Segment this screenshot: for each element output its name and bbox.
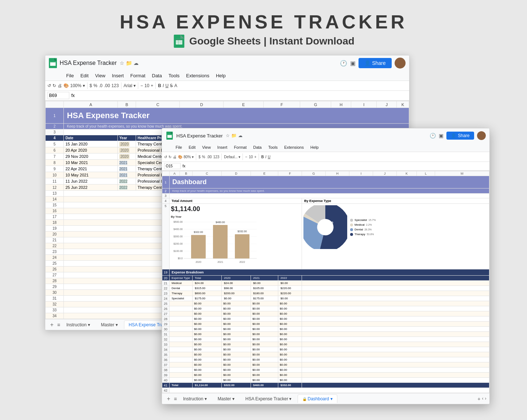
col-g-front[interactable]: G <box>302 171 326 176</box>
menu-view[interactable]: View <box>92 71 108 80</box>
share-button-back[interactable]: 👤 Dashboard Share <box>359 58 391 68</box>
svg-text:$460.00: $460.00 <box>216 221 225 223</box>
br-2021-therapy: $180.00 <box>251 291 278 296</box>
col-b[interactable]: B <box>118 101 136 108</box>
paint-icon-front[interactable]: 🎨 <box>178 155 182 159</box>
sep4-front <box>259 153 259 160</box>
file-icons-front: ☆ 📁 ☁ <box>226 133 243 138</box>
col-c[interactable]: C <box>136 101 180 108</box>
col-l-front[interactable]: L <box>417 171 435 176</box>
share-button-front[interactable]: 👤 Share <box>446 132 474 140</box>
col-b-front[interactable]: B <box>180 171 193 176</box>
folder-icon-front[interactable]: 📁 <box>231 133 237 138</box>
menu-file-front[interactable]: File <box>173 144 185 151</box>
col-i-front[interactable]: I <box>349 171 373 176</box>
menu-file[interactable]: File <box>63 71 77 80</box>
undo-icon-front[interactable]: ↺ <box>164 155 167 159</box>
menu-help-front[interactable]: Help <box>307 144 322 151</box>
menu-edit[interactable]: Edit <box>77 71 91 80</box>
br-type-therapy: Therapy <box>169 291 193 296</box>
undo-icon[interactable]: ↺ <box>47 83 51 88</box>
print-icon[interactable]: 🖨 <box>58 83 62 88</box>
col-a[interactable]: A <box>64 101 118 108</box>
tab-instruction-front[interactable]: Instruction ▾ <box>178 394 212 403</box>
col-k-front[interactable]: K <box>397 171 417 176</box>
history-icon-front[interactable]: 🕐 <box>430 133 436 139</box>
toolbar-back: ↺ ↻ 🖨 🎨 100% ▾ $ % .0 .00 123 Arial ▾ − … <box>45 81 409 91</box>
cell-ref-front[interactable] <box>164 163 181 169</box>
menu-view-front[interactable]: View <box>199 144 214 151</box>
menu-data[interactable]: Data <box>149 71 165 80</box>
tab-master-back[interactable]: Master ▾ <box>96 320 123 329</box>
print-icon-front[interactable]: 🖨 <box>173 155 177 159</box>
cell-ref-back[interactable] <box>47 92 69 99</box>
menu-tools[interactable]: Tools <box>166 71 182 80</box>
menu-tools-front[interactable]: Tools <box>265 144 280 151</box>
menu-help[interactable]: Help <box>213 71 229 80</box>
col-a-front[interactable]: A <box>169 171 180 176</box>
folder-icon[interactable]: 📁 <box>126 60 132 66</box>
col-j[interactable]: J <box>377 101 397 108</box>
subtitle-text: Google Sheets | Instant Download <box>189 35 354 47</box>
tab-bar-right: + ‹ › <box>477 396 486 402</box>
br-2020-specialist: $0.00 <box>222 296 251 301</box>
present-icon-front[interactable]: ▣ <box>439 133 443 139</box>
file-name-back: HSA Expense Tracker <box>60 60 117 66</box>
col-j-front[interactable]: J <box>373 171 397 176</box>
menu-extensions-front[interactable]: Extensions <box>281 144 307 151</box>
svg-rect-11 <box>50 61 55 62</box>
col-m-front[interactable]: M <box>435 171 489 176</box>
col-e-front[interactable]: E <box>251 171 278 176</box>
menu-data-front[interactable]: Data <box>250 144 264 151</box>
tab-menu-back[interactable]: ≡ <box>57 322 60 328</box>
legend-specialist: Specialist 15.7% <box>350 218 376 222</box>
nav-left-icon[interactable]: ‹ <box>482 396 484 402</box>
col-f-front[interactable]: F <box>278 171 302 176</box>
history-icon[interactable]: 🕐 <box>340 60 347 67</box>
col-d[interactable]: D <box>180 101 224 108</box>
menu-bar-front[interactable]: File Edit View Insert Format Data Tools … <box>162 143 489 152</box>
present-icon[interactable]: ▣ <box>350 60 356 67</box>
col-f[interactable]: F <box>264 101 300 108</box>
col-g[interactable]: G <box>300 101 331 108</box>
hsa-title: HSA Expense Tracker <box>64 108 409 124</box>
page-subtitle: Google Sheets | Instant Download <box>120 35 407 48</box>
menu-extensions[interactable]: Extensions <box>183 71 212 80</box>
col-h[interactable]: H <box>331 101 351 108</box>
tab-tracker-front[interactable]: HSA Expense Tracker ▾ <box>241 394 297 403</box>
col-k[interactable]: K <box>397 101 409 108</box>
menu-bar-back[interactable]: File Edit View Insert Format Data Tools … <box>45 71 409 81</box>
redo-icon-front[interactable]: ↻ <box>168 155 171 159</box>
sep1 <box>87 82 88 89</box>
cloud-icon[interactable]: ☁ <box>133 60 139 66</box>
tab-master-front[interactable]: Master ▾ <box>213 394 239 403</box>
bh-2021: 2021 <box>251 276 278 281</box>
col-h-front[interactable]: H <box>326 171 349 176</box>
empty-row-30: 30$0.00$0.00$0.00$0.00 <box>162 327 489 332</box>
star-icon-front[interactable]: ☆ <box>226 133 230 138</box>
menu-insert[interactable]: Insert <box>109 71 127 80</box>
svg-text:$332.00: $332.00 <box>237 230 247 233</box>
menu-insert-front[interactable]: Insert <box>214 144 230 151</box>
col-i[interactable]: I <box>351 101 377 108</box>
redo-icon[interactable]: ↻ <box>53 83 56 88</box>
col-e[interactable]: E <box>224 101 264 108</box>
tab-dashboard-front[interactable]: 🔒Dashboard ▾ <box>298 394 337 403</box>
menu-format[interactable]: Format <box>127 71 148 80</box>
nav-right-icon[interactable]: › <box>485 396 487 402</box>
empty-row-39: 39$0.00$0.00$0.00$0.00 <box>162 373 489 378</box>
paint-icon[interactable]: 🎨 <box>63 83 69 88</box>
tab-instruction-back[interactable]: Instruction ▾ <box>62 320 95 329</box>
add-tab-button-back[interactable]: + <box>48 322 56 328</box>
menu-format-front[interactable]: Format <box>231 144 249 151</box>
sheets-icon <box>173 35 186 48</box>
star-icon[interactable]: ☆ <box>120 60 124 66</box>
col-d-front[interactable]: D <box>222 171 251 176</box>
col-c-front[interactable]: C <box>193 171 222 176</box>
add-sheet-icon[interactable]: + <box>477 396 480 402</box>
cloud-icon-front[interactable]: ☁ <box>238 133 243 138</box>
tab-menu-front[interactable]: ≡ <box>174 396 177 402</box>
menu-edit-front[interactable]: Edit <box>186 144 198 151</box>
sheets-logo-front <box>166 131 174 141</box>
add-tab-button-front[interactable]: + <box>165 396 173 402</box>
